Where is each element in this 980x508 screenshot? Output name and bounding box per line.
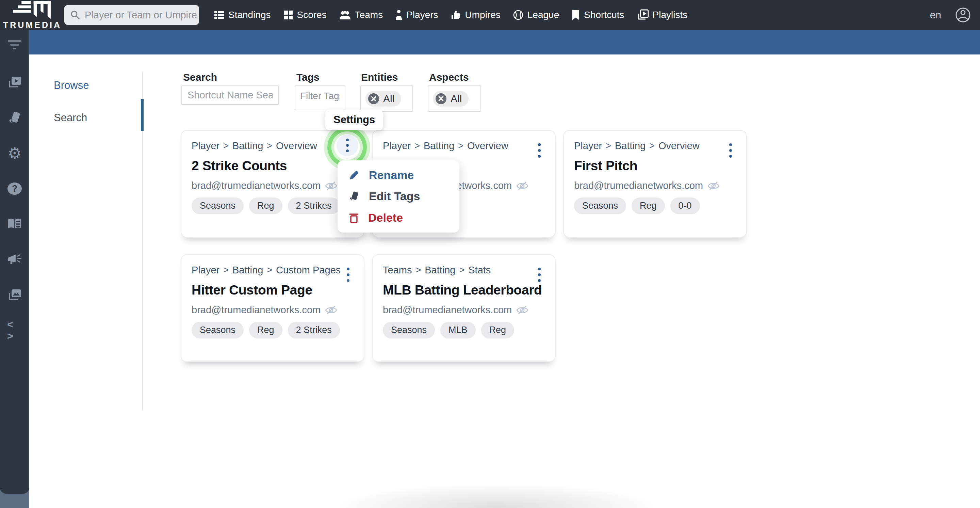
code-icon[interactable]: < > xyxy=(7,323,22,338)
tag-chip: MLB xyxy=(440,322,476,338)
shortcuts-icon xyxy=(571,10,580,21)
chevron-right-icon: > xyxy=(458,141,463,151)
chevron-right-icon: > xyxy=(414,141,420,151)
players-icon xyxy=(395,10,402,21)
nav-label: Umpires xyxy=(465,10,501,21)
chevron-right-icon: > xyxy=(649,141,655,151)
owner-email: brad@trumedianetworks.com xyxy=(383,304,512,315)
remove-filter-icon[interactable] xyxy=(368,92,380,105)
chevron-right-icon: > xyxy=(267,141,272,151)
nav-item-playlists[interactable]: Playlists xyxy=(637,9,688,21)
nav-item-players[interactable]: Players xyxy=(395,10,438,21)
chevron-right-icon: > xyxy=(223,141,229,151)
menu-item-edit-tags[interactable]: Edit Tags xyxy=(337,186,460,207)
nav-item-umpires[interactable]: Umpires xyxy=(450,10,501,21)
teams-icon xyxy=(339,10,351,20)
side-rail: ⚙ ? xyxy=(0,30,29,494)
topbar-right: en xyxy=(930,0,971,30)
owner-email: brad@trumedianetworks.com xyxy=(192,304,321,315)
nav-label: Teams xyxy=(355,10,383,21)
eye-off-icon xyxy=(516,305,529,315)
playlists-icon xyxy=(637,9,649,21)
card-menu-button[interactable] xyxy=(337,134,358,156)
tag-chip: Reg xyxy=(249,197,282,214)
filter-entities-label: Entities xyxy=(361,72,398,83)
filter-tags-input[interactable] xyxy=(295,86,345,104)
tag-list: Seasons Reg 2 Strikes xyxy=(192,197,353,214)
chevron-right-icon: > xyxy=(223,265,229,275)
shortcut-title: Hitter Custom Page xyxy=(192,283,353,298)
shortcut-search-input[interactable] xyxy=(182,86,278,104)
shortcut-card[interactable]: Teams> Batting> Stats MLB Batting Leader… xyxy=(372,254,556,362)
eye-off-icon xyxy=(516,180,529,191)
menu-item-rename[interactable]: Rename xyxy=(337,165,460,185)
help-icon[interactable]: ? xyxy=(7,181,22,196)
shortcut-card[interactable]: Player> Batting> Overview 2 Strike Count… xyxy=(181,130,364,238)
eye-off-icon xyxy=(707,180,720,191)
book-icon[interactable] xyxy=(7,217,22,231)
eye-off-icon xyxy=(325,305,337,315)
nav-item-teams[interactable]: Teams xyxy=(339,10,383,21)
nav-item-shortcuts[interactable]: Shortcuts xyxy=(571,10,624,21)
settings-tooltip: Settings xyxy=(325,110,383,130)
subnav-item-search[interactable]: Search xyxy=(54,111,87,124)
filter-lines-icon[interactable] xyxy=(7,40,22,50)
nav-label: Scores xyxy=(297,10,327,21)
video-playlist-icon[interactable] xyxy=(7,75,22,90)
card-menu-button[interactable] xyxy=(533,264,546,285)
filter-tags-field[interactable] xyxy=(295,86,345,110)
card-context-menu: Rename Edit Tags Delete xyxy=(337,160,460,233)
search-icon xyxy=(70,10,81,21)
shortcut-card[interactable]: Player> Batting> Overview First Pitch br… xyxy=(563,130,747,238)
tag-chip: Reg xyxy=(481,322,514,338)
shortcut-card[interactable]: Player> Batting> Custom Pages Hitter Cus… xyxy=(181,254,364,362)
megaphone-icon[interactable] xyxy=(7,252,22,267)
standings-icon xyxy=(214,10,224,20)
tags-stack-icon[interactable] xyxy=(7,110,22,125)
nav-item-scores[interactable]: Scores xyxy=(283,10,327,21)
breadcrumb: Player> Batting> Overview xyxy=(192,140,353,151)
filter-entities-field[interactable]: All xyxy=(360,86,413,111)
breadcrumb: Player> Batting> Overview xyxy=(574,140,736,151)
top-navbar: TRUMEDIA Standings xyxy=(0,0,980,30)
subnav-item-browse[interactable]: Browse xyxy=(54,79,89,92)
menu-item-delete[interactable]: Delete xyxy=(337,208,460,228)
shortcut-title: 2 Strike Counts xyxy=(192,158,353,173)
trumedia-logo[interactable]: TRUMEDIA xyxy=(3,1,61,29)
card-menu-button[interactable] xyxy=(533,140,546,161)
remove-filter-icon[interactable] xyxy=(435,92,447,105)
global-search-input[interactable] xyxy=(85,10,213,21)
nav-label: Players xyxy=(406,10,438,21)
tag-chip: Seasons xyxy=(192,197,243,214)
global-search[interactable] xyxy=(64,5,199,25)
trumedia-logo-icon xyxy=(12,0,52,19)
filter-aspects-field[interactable]: All xyxy=(428,86,481,111)
nav-item-standings[interactable]: Standings xyxy=(214,10,271,21)
entities-all-pill[interactable]: All xyxy=(366,91,401,107)
shortcut-search-field[interactable] xyxy=(181,86,279,105)
card-menu-button[interactable] xyxy=(341,264,355,285)
bottom-shadow xyxy=(308,485,686,508)
language-selector[interactable]: en xyxy=(930,9,941,21)
league-icon xyxy=(513,10,524,21)
umpires-icon xyxy=(450,10,461,20)
nav-label: Playlists xyxy=(653,10,688,21)
filter-aspects-label: Aspects xyxy=(429,72,469,83)
card-menu-button[interactable] xyxy=(724,140,737,161)
tag-chip: Seasons xyxy=(192,322,243,338)
images-icon[interactable] xyxy=(7,287,22,303)
tag-chip: 2 Strikes xyxy=(288,197,340,214)
filter-tags-label: Tags xyxy=(296,72,320,83)
account-icon[interactable] xyxy=(955,7,971,23)
gear-icon[interactable]: ⚙ xyxy=(7,146,22,161)
scores-icon xyxy=(283,10,293,20)
aspects-all-pill[interactable]: All xyxy=(433,91,469,107)
trash-icon xyxy=(348,212,360,224)
chevron-right-icon: > xyxy=(606,141,611,151)
tag-chip: Reg xyxy=(249,322,282,338)
nav-item-league[interactable]: League xyxy=(513,10,559,21)
tag-list: Seasons Reg 0-0 xyxy=(574,197,736,214)
shortcut-title: MLB Batting Leaderboard xyxy=(383,283,545,298)
chevron-right-icon: > xyxy=(460,265,465,275)
tag-list: Seasons MLB Reg xyxy=(383,322,545,338)
